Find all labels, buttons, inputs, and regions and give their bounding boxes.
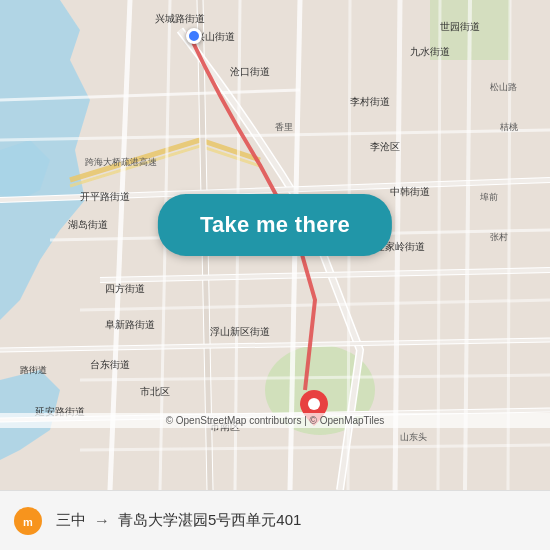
svg-text:台东街道: 台东街道 bbox=[90, 359, 130, 370]
svg-text:m: m bbox=[23, 516, 33, 528]
svg-text:桔桃: 桔桃 bbox=[499, 122, 518, 132]
svg-text:四方街道: 四方街道 bbox=[105, 283, 145, 294]
svg-text:张村: 张村 bbox=[490, 232, 508, 242]
moovit-logo: m bbox=[14, 507, 42, 535]
route-from: 三中 bbox=[56, 511, 86, 530]
svg-text:路街道: 路街道 bbox=[20, 365, 47, 375]
svg-text:浮山新区街道: 浮山新区街道 bbox=[210, 326, 270, 337]
origin-marker bbox=[186, 28, 202, 44]
take-me-there-button[interactable]: Take me there bbox=[158, 194, 392, 256]
svg-text:沧口街道: 沧口街道 bbox=[230, 66, 270, 77]
svg-text:阜新路街道: 阜新路街道 bbox=[105, 319, 155, 330]
svg-text:李村街道: 李村街道 bbox=[350, 96, 390, 107]
svg-text:松山路: 松山路 bbox=[490, 82, 517, 92]
svg-text:埠前: 埠前 bbox=[479, 192, 498, 202]
svg-text:市北区: 市北区 bbox=[140, 386, 170, 397]
arrow-icon: → bbox=[94, 512, 110, 530]
svg-text:跨海大桥疏港高速: 跨海大桥疏港高速 bbox=[85, 157, 157, 167]
route-to: 青岛大学湛园5号西单元401 bbox=[118, 511, 301, 530]
svg-text:湖岛街道: 湖岛街道 bbox=[68, 219, 108, 230]
svg-text:李沧区: 李沧区 bbox=[370, 141, 400, 152]
map-attribution: © OpenStreetMap contributors | © OpenMap… bbox=[0, 413, 550, 428]
svg-text:兴城路街道: 兴城路街道 bbox=[155, 13, 205, 24]
svg-point-58 bbox=[308, 398, 320, 410]
bottom-navigation-bar: m 三中 → 青岛大学湛园5号西单元401 bbox=[0, 490, 550, 550]
svg-text:世园街道: 世园街道 bbox=[440, 21, 480, 32]
svg-text:九水街道: 九水街道 bbox=[410, 46, 450, 57]
svg-text:香里: 香里 bbox=[275, 122, 293, 132]
map-container: 兴城路街道 兴山街道 沧口街道 九水街道 世园街道 李村街道 李沧区 中韩街道 … bbox=[0, 0, 550, 490]
svg-text:开平路街道: 开平路街道 bbox=[80, 191, 130, 202]
svg-text:中韩街道: 中韩街道 bbox=[390, 186, 430, 197]
attribution-text: © OpenStreetMap contributors | © OpenMap… bbox=[166, 415, 385, 426]
svg-text:山东头: 山东头 bbox=[400, 432, 427, 442]
